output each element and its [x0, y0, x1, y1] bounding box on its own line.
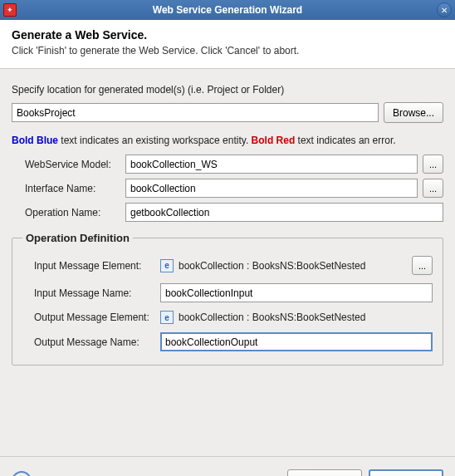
element-icon: e — [160, 311, 174, 324]
wizard-header: Generate a Web Service. Click 'Finish' t… — [0, 20, 455, 69]
output-message-name-label: Output Message Name: — [22, 336, 155, 348]
output-message-name-input[interactable] — [160, 332, 433, 351]
cancel-button[interactable]: Cancel — [287, 469, 362, 477]
hint-red: Bold Red — [252, 135, 296, 146]
input-message-element-label: Input Message Element: — [22, 260, 155, 272]
operation-name-input[interactable] — [125, 203, 443, 222]
page-heading: Generate a Web Service. — [12, 28, 443, 42]
input-message-element-browse-button[interactable]: ... — [412, 256, 433, 275]
output-message-element-value: bookCollection : BooksNS:BookSetNested — [179, 312, 365, 323]
interface-name-label: Interface Name: — [25, 183, 120, 194]
app-icon: ✦ — [3, 3, 17, 17]
operation-definition-legend: Operation Definition — [22, 232, 133, 244]
input-message-name-label: Input Message Name: — [22, 287, 155, 299]
interface-name-browse-button[interactable]: ... — [423, 179, 443, 198]
hint-text: Bold Blue text indicates an existing wor… — [12, 135, 443, 146]
location-input[interactable] — [12, 103, 379, 122]
titlebar: ✦ Web Service Generation Wizard ✕ — [0, 0, 455, 20]
input-message-name-input[interactable] — [160, 283, 433, 302]
element-icon: e — [160, 259, 174, 272]
wizard-footer: ? Cancel Finish — [0, 456, 455, 476]
browse-button[interactable]: Browse... — [384, 102, 443, 123]
operation-name-label: Operation Name: — [25, 207, 120, 218]
page-instruction: Click 'Finish' to generate the Web Servi… — [12, 45, 443, 56]
window-title: Web Service Generation Wizard — [153, 4, 302, 16]
webservice-model-browse-button[interactable]: ... — [423, 155, 443, 174]
webservice-model-input[interactable] — [125, 155, 418, 174]
webservice-model-label: WebService Model: — [25, 159, 120, 170]
operation-definition-group: Operation Definition Input Message Eleme… — [12, 232, 443, 366]
location-label: Specify location for generated model(s) … — [12, 84, 443, 96]
finish-button[interactable]: Finish — [369, 469, 443, 477]
wizard-content: Specify location for generated model(s) … — [0, 69, 455, 456]
interface-name-input[interactable] — [125, 179, 418, 198]
hint-blue: Bold Blue — [12, 135, 58, 146]
close-icon[interactable]: ✕ — [437, 2, 452, 17]
help-icon[interactable]: ? — [12, 471, 32, 477]
input-message-element-value: bookCollection : BooksNS:BookSetNested — [179, 260, 365, 272]
output-message-element-label: Output Message Element: — [22, 312, 155, 323]
